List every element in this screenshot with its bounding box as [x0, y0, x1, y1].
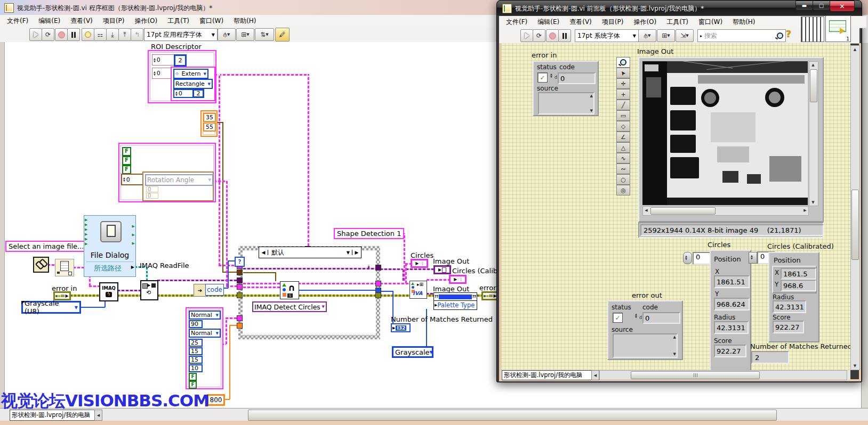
line-tool[interactable]: ╱ [616, 100, 630, 110]
value-90[interactable]: 90 [189, 320, 203, 328]
circles-index-spinner[interactable]: ▲▼ [683, 252, 692, 264]
pause-button[interactable] [558, 29, 571, 42]
pan-tool[interactable]: ✛ [616, 78, 630, 89]
circles-indicator-terminal[interactable]: ▶∷] [411, 259, 428, 268]
code-spinner[interactable]: ▲▼ [550, 73, 552, 78]
x-value[interactable]: 1861.51 [714, 275, 750, 288]
roi-id[interactable]: ▲▼0 [173, 89, 194, 98]
distribute-objects-button[interactable]: ⊞▼ [657, 29, 675, 42]
align-objects-button[interactable]: ⫛▼ [638, 29, 656, 42]
size-cluster[interactable]: 35 55 [200, 110, 218, 137]
vi-icon-button[interactable]: 1 [825, 15, 851, 42]
close-button[interactable]: ✕ [830, 1, 855, 12]
select-tool[interactable]: ➤ [616, 68, 630, 78]
menu-tools[interactable]: 工具(T) [167, 17, 189, 26]
bool-opt-f2[interactable]: F [189, 381, 197, 389]
minimize-button[interactable]: ▬ [795, 1, 813, 11]
roi-extern-ring[interactable]: ⟐Extern▼ [173, 69, 208, 79]
menu-file[interactable]: 文件(F) [506, 18, 527, 27]
radius-value[interactable]: 42.3131 [773, 300, 806, 313]
score-value[interactable]: 922.27 [773, 321, 804, 333]
i32-terminal[interactable]: ▶I32 [391, 323, 411, 332]
case-next-icon[interactable]: ▶ [352, 250, 361, 255]
grayscale-u8-ring[interactable]: Grayscale (U8)▼ [21, 301, 81, 314]
menu-help[interactable]: 帮助(H) [733, 18, 755, 27]
reorder-button[interactable]: ⇅▼ [255, 28, 274, 41]
rotated-rectangle-tool[interactable]: ◇ [616, 121, 630, 132]
listbox-symbol-node[interactable] [55, 259, 74, 276]
bd-hscroll-thumb[interactable] [248, 410, 777, 421]
imaq-create-node[interactable]: IMAQ ϟ [99, 282, 118, 301]
image-display[interactable]: ▲ ▼ ◀ ▶ [638, 57, 824, 222]
retain-wire-values-button[interactable]: ⚏ [94, 28, 107, 41]
y-value[interactable]: 968.624 [714, 298, 750, 310]
fp-vscroll[interactable]: ▲ ▼ [850, 45, 860, 370]
code-spinner[interactable]: ▲▼ [635, 313, 637, 318]
clean-up-diagram-button[interactable]: 🖉 [275, 28, 290, 42]
error-source-field[interactable]: ▲ ▼ [538, 92, 594, 115]
scroll-down-icon[interactable]: ▼ [590, 109, 593, 113]
palette-property-node[interactable]: ⁇⁇ ▶Palette Type [433, 292, 477, 310]
radius-value[interactable]: 42.3131 [714, 321, 749, 334]
imaq-detect-circles-node[interactable]: ∩ S [280, 281, 299, 299]
menu-file[interactable]: 文件(F) [7, 17, 28, 26]
help-icon[interactable]: ? [786, 29, 791, 39]
error-code-field[interactable]: 0 [642, 312, 680, 324]
menu-edit[interactable]: 编辑(E) [537, 18, 559, 27]
menu-window[interactable]: 窗口(W) [698, 18, 722, 27]
roi-count[interactable]: 2 [174, 54, 187, 67]
fp-hscroll-thumb[interactable] [631, 371, 760, 379]
file-dialog-node[interactable]: ▶▶▶▶▶▶ ▶▶▶ File Dialog 所选路径 ▶ ˇˇ [84, 215, 136, 277]
run-button[interactable] [29, 28, 42, 41]
detect-circles-ring-label[interactable]: IMAQ Detect Circles▼ [252, 301, 327, 312]
error-code-extract-node[interactable]: ➔ [194, 284, 206, 297]
image-out-indicator-terminal[interactable]: ▶ [433, 265, 451, 274]
matches-value[interactable]: 2 [751, 351, 789, 364]
rotation-index[interactable]: ▲▼0 [121, 174, 144, 185]
menu-operate[interactable]: 操作(O) [134, 17, 157, 26]
connector-pane-icon[interactable] [801, 17, 824, 42]
rotation-cluster[interactable]: F F F ▲▼0 Rotation Angle▼ 0 0 [118, 143, 216, 202]
scroll-up-icon[interactable]: ▲ [590, 94, 593, 98]
scroll-down-icon[interactable]: ▼ [673, 352, 676, 356]
size-w[interactable]: 35 [203, 113, 216, 122]
grayscale-ring[interactable]: Grayscale▼ [392, 346, 433, 358]
iva-node[interactable]: ▸⊞ IVA [409, 281, 427, 299]
mode-ring-1[interactable]: Normal▼ [189, 310, 221, 320]
run-continuous-button[interactable]: ⟳ [42, 28, 54, 41]
case-prev-icon[interactable]: ◀ [259, 250, 268, 255]
menu-project[interactable]: 项目(P) [602, 18, 624, 27]
run-continuous-button[interactable]: ⟳ [533, 29, 545, 42]
freehand-line-tool[interactable]: ∿ [616, 153, 630, 164]
circles-index-field[interactable]: 0 [693, 252, 711, 265]
abort-button[interactable] [546, 29, 559, 42]
fp-hscroll[interactable] [599, 370, 847, 380]
tab-scroll-left-icon[interactable]: ◀ [591, 370, 599, 380]
roi-descriptor-cluster[interactable]: ▲▼0 2 ▲▼0 ⟐Extern▼ Rectangle▼ ▲▼0 2 [148, 50, 216, 103]
abort-button[interactable] [55, 28, 68, 41]
bool-opt-f1[interactable]: F [189, 373, 197, 381]
limit-800[interactable]: 800 [207, 394, 225, 406]
menu-help[interactable]: 帮助(H) [234, 17, 256, 26]
size-h[interactable]: 55 [203, 122, 216, 132]
menu-edit[interactable]: 编辑(E) [38, 17, 60, 26]
resize-objects-button[interactable]: ⇲▼ [676, 29, 694, 42]
run-button[interactable] [520, 29, 533, 42]
error-code-field[interactable]: 0 [558, 72, 596, 84]
maximize-button[interactable]: ▢ [813, 1, 830, 11]
bool-f2[interactable]: F [122, 156, 131, 165]
font-selector[interactable]: 17pt 应用程序字体▼ [144, 28, 218, 41]
freehand-region-tool[interactable]: ∾ [616, 164, 630, 174]
align-objects-button[interactable]: ⫛▼ [218, 28, 236, 41]
front-panel-canvas[interactable]: error in status code ✓ ▲▼ d 0 source ▲ ▼… [501, 43, 850, 370]
score-value[interactable]: 922.27 [714, 345, 746, 357]
annulus-tool[interactable]: ◎ [616, 185, 630, 195]
search-dropdown-icon[interactable]: ▸ [700, 34, 702, 38]
bool-f1[interactable]: F [122, 147, 131, 156]
value-15a[interactable]: 15 [189, 347, 203, 355]
font-selector[interactable]: 17pt 系统字体▼ [575, 29, 639, 42]
scroll-up-icon[interactable]: ▲ [673, 335, 676, 339]
rectangle-tool[interactable]: ▭ [616, 110, 630, 121]
shape-detection-label[interactable]: Shape Detection 1 [334, 228, 404, 239]
error-status-checkbox[interactable]: ✓ [613, 313, 623, 323]
